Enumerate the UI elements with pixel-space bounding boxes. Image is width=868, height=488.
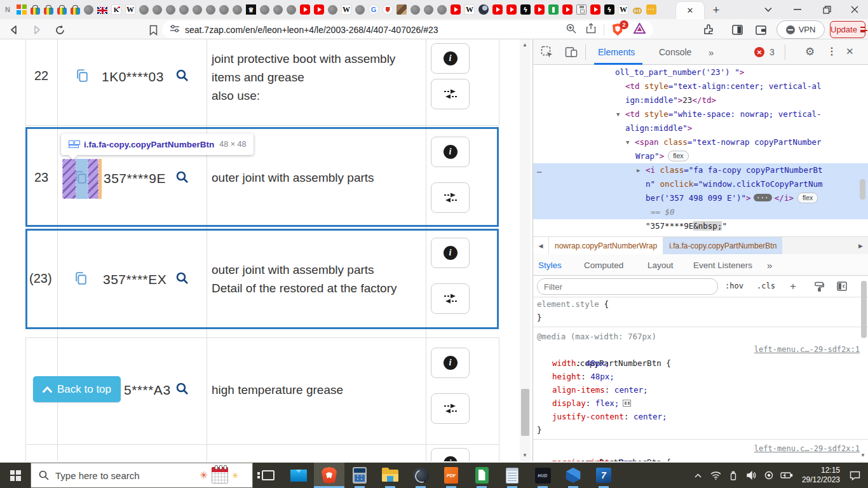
start-button[interactable] <box>0 463 31 488</box>
pinned-tab-floppy-icon[interactable] <box>576 4 587 15</box>
search-part-icon[interactable] <box>175 69 189 83</box>
pinned-tab-w-icon[interactable]: W <box>341 4 351 15</box>
kebab-menu-icon[interactable]: ⋮ <box>827 45 837 57</box>
styles-more-icon[interactable]: » <box>767 254 772 276</box>
taskbar-calc-icon[interactable] <box>344 463 375 488</box>
pinned-tab-s-icon[interactable] <box>260 5 269 15</box>
pinned-tab-s-icon[interactable] <box>193 5 202 15</box>
pinned-tab-bag-icon[interactable] <box>71 8 80 15</box>
window-close-button[interactable] <box>840 0 868 19</box>
part-number[interactable]: 5****A3 <box>124 383 171 398</box>
devtools-close-icon[interactable]: ✕ <box>846 46 854 57</box>
taskbar-pdf-icon[interactable]: PDF <box>436 463 466 488</box>
pinned-tab-bag-icon[interactable] <box>31 8 40 15</box>
pinned-tab-s-icon[interactable] <box>437 5 447 15</box>
pinned-tab-yt-icon[interactable] <box>562 4 573 15</box>
part-number[interactable]: 1K0****03 <box>102 69 164 85</box>
tab-search-chevron-icon[interactable] <box>754 0 783 19</box>
pinned-tab-yt-icon[interactable] <box>534 4 545 15</box>
search-part-icon[interactable] <box>175 382 189 396</box>
styles-scroll-down-arrow[interactable]: ▼ <box>860 452 865 458</box>
taskbar-taskview-icon[interactable] <box>253 463 283 488</box>
taskbar-notepad-icon[interactable] <box>497 463 527 488</box>
pinned-tab-w-icon[interactable]: W <box>125 4 135 15</box>
css-rule-selector[interactable]: .copyPartNumberBtn { left-menu.c…-29-sdf… <box>533 343 868 356</box>
part-number[interactable]: 357****9E <box>104 171 166 186</box>
styles-scrollbar-thumb[interactable] <box>861 281 867 338</box>
bookmark-icon[interactable] <box>146 23 160 37</box>
info-button[interactable]: i <box>431 137 470 167</box>
pinned-tab-k-icon[interactable]: K <box>111 4 121 15</box>
window-minimize-button[interactable] <box>783 0 812 19</box>
copy-part-number-icon[interactable] <box>73 271 89 287</box>
pinned-tab-s-icon[interactable] <box>424 5 433 15</box>
info-button[interactable]: i <box>431 448 470 461</box>
dom-tree-line[interactable]: …▶<i class="fa fa-copy copyPartNumberBt <box>533 163 868 177</box>
pinned-tab-book-icon[interactable] <box>548 4 559 15</box>
hov-toggle[interactable]: :hov <box>725 281 743 290</box>
url-text[interactable]: seat.7zap.com/en/e/leon+leon+4/le/2003-2… <box>185 25 438 35</box>
copy-part-number-icon[interactable] <box>74 68 90 84</box>
css-rule-selector[interactable]: .copyPartNumberBtn { left-menu.c…-29-sdf… <box>533 442 868 456</box>
search-part-icon[interactable] <box>175 170 189 184</box>
tab-event-listeners[interactable]: Event Listeners <box>693 254 752 276</box>
taskbar-folder-icon[interactable] <box>375 463 405 488</box>
info-button[interactable]: i <box>431 238 470 268</box>
pinned-tab-uk-icon[interactable] <box>97 7 107 14</box>
css-property[interactable]: display: flex; <box>533 396 868 410</box>
settings-gear-icon[interactable]: ⚙ <box>805 45 815 58</box>
pinned-tab-g-icon[interactable]: G <box>369 4 379 15</box>
battery-icon[interactable] <box>779 463 794 488</box>
pinned-tab-yt-icon[interactable] <box>590 4 600 15</box>
taskbar-brave-icon[interactable] <box>314 463 344 488</box>
dom-tree-line[interactable]: ber('357 498 099 E')">···</i>flex <box>533 191 868 205</box>
pinned-tab-yt-icon[interactable] <box>451 4 461 15</box>
pinned-tab-photo-icon[interactable] <box>397 4 407 15</box>
dom-tree-line[interactable]: ▼<span class="text-nowrap copyPartNumber <box>533 135 868 149</box>
swap-button[interactable] <box>431 393 470 424</box>
dom-tree-line[interactable]: oll_to_part_number('23') "> <box>533 65 868 79</box>
pinned-tab-s-icon[interactable] <box>410 5 420 15</box>
scrollbar-up-arrow[interactable]: ▲ <box>522 42 529 48</box>
dom-tree-line[interactable]: ign:middle">23</td> <box>533 93 868 107</box>
window-maximize-button[interactable] <box>812 0 841 19</box>
dom-tree-line[interactable]: "357****9E&nbsp;" <box>533 219 868 233</box>
crumb-forward-icon[interactable]: ▶ <box>853 237 868 254</box>
pinned-tab-s-icon[interactable] <box>179 5 189 15</box>
pinned-tab-crown-icon[interactable]: ♕ <box>246 4 256 15</box>
taskbar-clock[interactable]: 12:15 29/12/2023 <box>797 466 843 485</box>
stylesheet-link[interactable]: left-menu.c…-29-sdf2x:1 <box>754 343 860 356</box>
tab-elements[interactable]: Elements <box>598 39 635 65</box>
pinned-tab-bag-icon[interactable] <box>44 8 53 15</box>
cls-toggle[interactable]: .cls <box>757 281 775 290</box>
dom-tree-line[interactable]: == $0 <box>533 205 868 219</box>
stylesheet-link[interactable]: left-menu.c…-29-sdf2x:1 <box>754 442 860 456</box>
pinned-tab-s-icon[interactable] <box>139 5 149 15</box>
pinned-tab-s-icon[interactable] <box>206 5 215 15</box>
styles-filter-input[interactable] <box>537 278 718 295</box>
update-button[interactable]: Update <box>830 21 865 38</box>
css-property[interactable]: width: 48px; <box>533 356 868 370</box>
error-badge-icon[interactable]: ✕ <box>754 47 764 57</box>
dock-sidebar-icon[interactable] <box>837 281 847 294</box>
back-to-top-button[interactable]: Back to top <box>33 376 121 402</box>
pinned-tab-n-icon[interactable]: N <box>3 4 13 15</box>
tab-computed[interactable]: Computed <box>584 254 623 276</box>
swap-button[interactable] <box>431 79 470 109</box>
wifi-icon[interactable] <box>708 463 723 488</box>
pinned-tab-yt-icon[interactable] <box>506 4 517 15</box>
dom-tree-line[interactable]: <td style="text-align:center; vertical-a… <box>533 79 868 93</box>
pinned-tab-globe-icon[interactable] <box>478 4 489 15</box>
pinned-tab-shield-icon[interactable] <box>383 4 393 15</box>
site-settings-icon[interactable] <box>170 24 180 36</box>
pinned-tab-yt-icon[interactable] <box>300 4 310 15</box>
dom-scrollbar-thumb[interactable] <box>860 179 865 200</box>
extensions-icon[interactable] <box>702 23 715 37</box>
taskbar-earth-icon[interactable] <box>405 463 436 488</box>
css-property[interactable]: align-items: center; <box>533 383 868 396</box>
info-button[interactable]: i <box>431 348 470 378</box>
pinned-tab-yt-icon[interactable] <box>492 4 503 15</box>
dom-tree-line[interactable]: ▼<td style="white-space: nowrap; vertica… <box>533 107 868 121</box>
swap-button[interactable] <box>431 182 470 213</box>
vpn-button[interactable]: VPN <box>776 20 825 39</box>
